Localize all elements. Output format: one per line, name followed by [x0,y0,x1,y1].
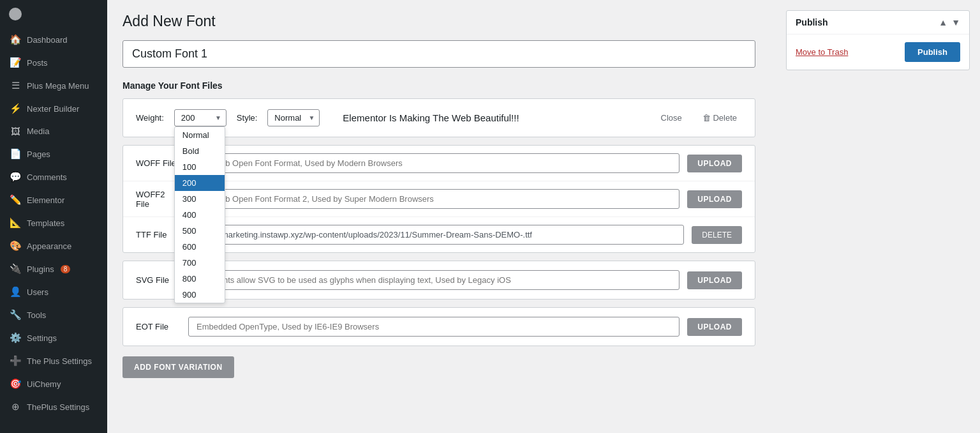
sidebar-item-label: Media [27,126,49,136]
sidebar-item-nexter-builder[interactable]: ⚡ Nexter Builder [0,97,107,120]
eot-upload-button[interactable]: UPLOAD [687,318,742,336]
sidebar-item-label: The Plus Settings [27,356,92,366]
sidebar-item-label: Users [27,287,48,297]
publish-collapse-button[interactable]: ▲ [939,17,947,27]
sidebar-item-settings[interactable]: ⚙️ Settings [0,326,107,349]
content-area: Add New Font Manage Your Font Files Weig… [107,0,980,433]
templates-icon: 📐 [9,217,22,229]
tools-icon: 🔧 [9,309,22,321]
style-select-wrapper: Normal Italic ▼ [267,109,320,126]
mega-menu-icon: ☰ [9,80,22,91]
sidebar-item-plus-mega-menu[interactable]: ☰ Plus Mega Menu [0,74,107,97]
dropdown-option-800[interactable]: 800 [175,271,225,287]
dropdown-option-700[interactable]: 700 [175,255,225,271]
sidebar-item-posts[interactable]: 📝 Posts [0,51,107,74]
publish-expand-button[interactable]: ▼ [951,17,960,27]
elementor-icon: ✏️ [9,194,22,206]
woff2-input[interactable] [188,189,679,209]
sidebar-item-users[interactable]: 👤 Users [0,280,107,303]
users-icon: 👤 [9,286,22,298]
sidebar-item-plugins[interactable]: 🔌 Plugins 8 [0,257,107,280]
right-panel: Publish ▲ ▼ Move to Trash Publish [776,0,980,433]
delete-button[interactable]: 🗑 Delete [697,110,742,125]
font-preview-text: Elementor Is Making The Web Beautiful!!! [330,112,645,123]
sidebar-item-label: Settings [27,333,57,343]
weight-select-wrapper: Normal Bold 100 200 300 400 500 600 700 … [174,109,226,126]
dashboard-icon: 🏠 [9,34,22,45]
weight-label: Weight: [136,113,164,123]
style-select[interactable]: Normal Italic [267,109,320,126]
svg-upload-button[interactable]: UPLOAD [687,271,742,289]
sidebar-item-tools[interactable]: 🔧 Tools [0,303,107,326]
manage-fonts-title: Manage Your Font Files [122,80,761,91]
sidebar-item-label: Comments [27,172,67,182]
close-button[interactable]: Close [656,110,687,125]
comments-icon: 💬 [9,171,22,183]
dropdown-option-bold[interactable]: Bold [175,143,225,159]
sidebar-item-label: ThePlus Settings [27,402,89,412]
trash-icon: 🗑 [702,113,711,123]
add-font-variation-button[interactable]: ADD FONT VARIATION [122,356,234,378]
dropdown-option-100[interactable]: 100 [175,159,225,175]
sidebar-item-label: Posts [27,58,48,68]
sidebar-item-dashboard[interactable]: 🏠 Dashboard [0,28,107,51]
sidebar-item-elementor[interactable]: ✏️ Elementor [0,188,107,211]
publish-body: Move to Trash Publish [787,34,969,70]
appearance-icon: 🎨 [9,240,22,252]
woff-input[interactable] [188,153,679,173]
move-to-trash-button[interactable]: Move to Trash [796,47,848,57]
plugins-badge: 8 [61,265,71,273]
sidebar-item-label: Plugins [27,264,54,274]
sidebar-item-label: Nexter Builder [27,104,79,114]
wp-logo-icon: 🅦 [9,8,22,20]
delete-label: Delete [713,113,737,123]
sidebar-logo: 🅦 [0,0,107,28]
sidebar-item-label: Appearance [27,241,71,251]
sidebar-item-pages[interactable]: 📄 Pages [0,142,107,165]
sidebar-item-label: Pages [27,149,50,159]
sidebar-item-uichemy[interactable]: 🎯 UiChemy [0,372,107,395]
settings-icon: ⚙️ [9,332,22,344]
eot-input[interactable] [188,317,679,337]
sidebar-item-label: Dashboard [27,35,68,45]
sidebar-item-appearance[interactable]: 🎨 Appearance [0,234,107,257]
weight-select[interactable]: Normal Bold 100 200 300 400 500 600 700 … [174,109,226,126]
sidebar-item-comments[interactable]: 💬 Comments [0,165,107,188]
svg-input[interactable] [188,270,679,290]
sidebar-item-templates[interactable]: 📐 Templates [0,211,107,234]
font-variation-card: Weight: Normal Bold 100 200 300 400 500 … [122,98,755,137]
font-card-header: Weight: Normal Bold 100 200 300 400 500 … [136,109,742,126]
sidebar-item-label: Elementor [27,195,64,205]
dropdown-option-900[interactable]: 900 [175,287,225,303]
sidebar-item-the-plus-settings[interactable]: ➕ The Plus Settings [0,349,107,372]
dropdown-option-200[interactable]: 200 [175,175,225,191]
publish-button[interactable]: Publish [905,42,960,62]
ttf-input[interactable] [188,225,684,245]
sidebar-item-label: Tools [27,310,46,320]
publish-title: Publish [796,17,828,27]
publish-box: Publish ▲ ▼ Move to Trash Publish [786,10,970,70]
weight-dropdown-container: Normal Bold 100 200 300 400 500 600 700 … [174,109,226,126]
dropdown-option-300[interactable]: 300 [175,191,225,207]
dropdown-option-400[interactable]: 400 [175,207,225,223]
sidebar-item-media[interactable]: 🖼 Media [0,120,107,142]
sidebar-item-label: UiChemy [27,379,61,389]
nexter-icon: ⚡ [9,103,22,114]
uichemy-icon: 🎯 [9,378,22,390]
plugins-icon: 🔌 [9,263,22,275]
dropdown-option-600[interactable]: 600 [175,239,225,255]
dropdown-option-normal[interactable]: Normal [175,127,225,143]
ttf-delete-button[interactable]: DELETE [692,226,742,244]
weight-dropdown-menu: Normal Bold 100 200 300 400 500 600 700 … [174,126,225,303]
woff-upload-button[interactable]: UPLOAD [687,155,742,172]
woff2-upload-button[interactable]: UPLOAD [687,190,742,208]
publish-header: Publish ▲ ▼ [787,11,969,34]
sidebar-item-theplus-settings[interactable]: ⊕ ThePlus Settings [0,395,107,418]
plus-settings-icon: ➕ [9,355,22,367]
font-name-input[interactable] [122,40,755,68]
dropdown-option-500[interactable]: 500 [175,223,225,239]
sidebar-item-label: Templates [27,218,64,228]
media-icon: 🖼 [9,126,22,137]
posts-icon: 📝 [9,57,22,68]
eot-label: EOT File [136,322,181,331]
